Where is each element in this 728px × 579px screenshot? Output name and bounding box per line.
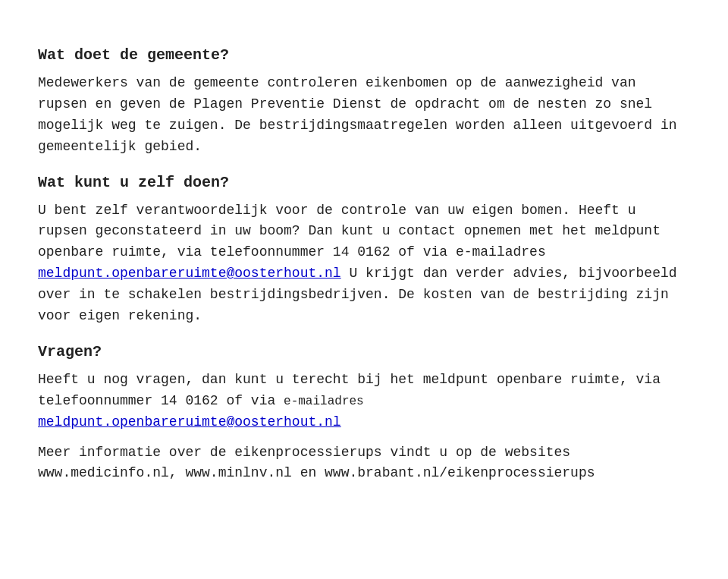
paragraph-zelf-text1: U bent zelf verantwoordelijk voor de con… [38,203,661,260]
paragraph-gemeente: Medewerkers van de gemeente controleren … [38,73,690,158]
heading-zelf: Wat kunt u zelf doen? [38,171,690,194]
paragraph-vragen: Heeft u nog vragen, dan kunt u terecht b… [38,370,690,433]
main-content: Wat doet de gemeente? Medewerkers van de… [38,44,690,484]
paragraph-vragen-emailadres: e-mailadres [284,395,364,408]
heading-gemeente: Wat doet de gemeente? [38,44,690,67]
paragraph-zelf: U bent zelf verantwoordelijk voor de con… [38,200,690,327]
heading-vragen: Vragen? [38,341,690,363]
section-zelf: Wat kunt u zelf doen? U bent zelf verant… [38,171,690,327]
email-link-1[interactable]: meldpunt.openbareruimte@oosterhout.nl [38,266,341,281]
section-gemeente: Wat doet de gemeente? Medewerkers van de… [38,44,690,158]
email-link-2[interactable]: meldpunt.openbareruimte@oosterhout.nl [38,414,341,430]
paragraph-meer-info: Meer informatie over de eikenprocessieru… [38,442,690,485]
section-vragen: Vragen? Heeft u nog vragen, dan kunt u t… [38,341,690,484]
